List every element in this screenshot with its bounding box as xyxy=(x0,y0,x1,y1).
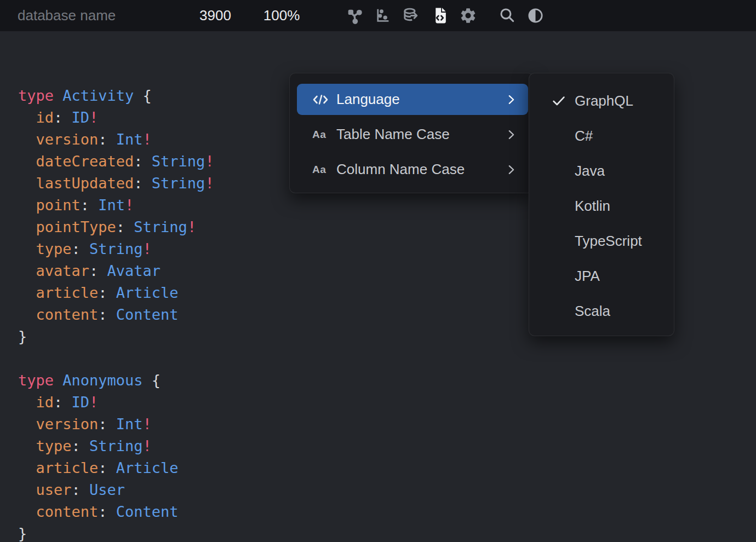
submenu-item-label: Scala xyxy=(575,303,610,320)
submenu-item-label: JPA xyxy=(575,268,600,285)
menu-item-label: Table Name Case xyxy=(336,126,505,143)
checkmark-icon xyxy=(551,93,568,108)
zoom-level-field[interactable]: 100% xyxy=(248,0,316,31)
submenu-item-c[interactable]: C# xyxy=(529,118,674,153)
submenu-item-java[interactable]: Java xyxy=(529,153,674,188)
scatter-chart-icon[interactable] xyxy=(373,7,391,25)
code-brackets-icon xyxy=(312,93,336,106)
submenu-item-jpa[interactable]: JPA xyxy=(529,258,674,293)
menu-item-label: Language xyxy=(336,91,505,108)
search-icon[interactable] xyxy=(498,7,516,25)
submenu-item-scala[interactable]: Scala xyxy=(529,293,674,328)
menu-item-label: Column Name Case xyxy=(336,161,505,178)
chevron-right-icon xyxy=(505,94,517,106)
schema-code: type Activity { id: ID! version: Int! da… xyxy=(18,85,214,542)
topbar: 3900 100% xyxy=(0,0,756,31)
menu-item-language[interactable]: Language xyxy=(297,84,528,115)
database-name-input[interactable] xyxy=(16,0,175,31)
chevron-right-icon xyxy=(505,129,517,141)
submenu-item-typescript[interactable]: TypeScript xyxy=(529,223,674,258)
submenu-item-label: Java xyxy=(575,163,605,180)
relations-icon[interactable] xyxy=(345,7,363,25)
menu-item-column-name-case[interactable]: Aa Column Name Case xyxy=(297,154,528,185)
submenu-item-label: GraphQL xyxy=(575,93,633,109)
submenu-item-kotlin[interactable]: Kotlin xyxy=(529,188,674,223)
chevron-right-icon xyxy=(505,164,517,176)
letter-case-icon: Aa xyxy=(312,129,336,141)
submenu-item-label: Kotlin xyxy=(575,198,610,215)
code-file-icon[interactable] xyxy=(431,7,449,25)
settings-gear-icon[interactable] xyxy=(459,7,477,25)
context-menu: Language Aa Table Name Case Aa Column Na… xyxy=(289,73,534,193)
submenu-item-label: TypeScript xyxy=(575,233,642,250)
submenu-item-label: C# xyxy=(575,128,593,145)
submenu-item-graphql[interactable]: GraphQL xyxy=(529,83,674,118)
record-count-field[interactable]: 3900 xyxy=(181,0,250,31)
menu-item-table-name-case[interactable]: Aa Table Name Case xyxy=(297,119,528,150)
language-submenu: GraphQL C# Java Kotlin TypeScript JPA Sc… xyxy=(529,73,674,336)
database-export-icon[interactable] xyxy=(402,7,420,25)
contrast-icon[interactable] xyxy=(526,7,545,25)
letter-case-icon: Aa xyxy=(312,164,336,176)
